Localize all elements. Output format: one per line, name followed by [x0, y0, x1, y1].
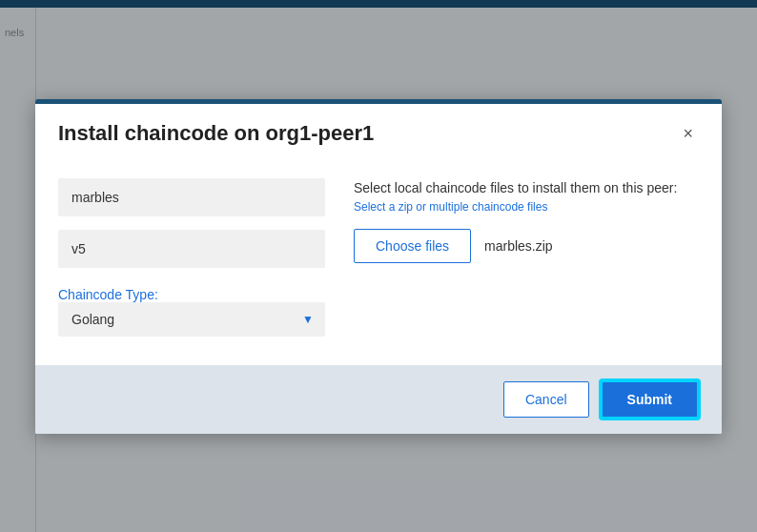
chaincode-type-label: Chaincode Type: — [58, 287, 325, 302]
instruction-main: Select local chaincode files to install … — [354, 178, 699, 198]
chaincode-type-select[interactable]: Golang Node Java — [58, 302, 325, 337]
submit-button[interactable]: Submit — [601, 380, 699, 419]
close-button[interactable]: × — [677, 123, 699, 144]
left-column: Chaincode Type: Golang Node Java ▼ — [58, 178, 325, 337]
choose-files-button[interactable]: Choose files — [354, 229, 471, 263]
chaincode-name-input[interactable] — [58, 178, 325, 216]
file-chooser-row: Choose files marbles.zip — [354, 229, 699, 263]
chosen-file-label: marbles.zip — [484, 238, 553, 254]
modal-dialog: Install chaincode on org1-peer1 × Chainc… — [35, 99, 722, 434]
modal-title: Install chaincode on org1-peer1 — [58, 121, 374, 146]
right-column: Select local chaincode files to install … — [354, 178, 699, 337]
modal-footer: Cancel Submit — [35, 365, 722, 434]
cancel-button[interactable]: Cancel — [503, 381, 589, 418]
chaincode-type-section: Chaincode Type: Golang Node Java ▼ — [58, 281, 325, 337]
chaincode-type-wrapper: Golang Node Java ▼ — [58, 302, 325, 337]
modal-header: Install chaincode on org1-peer1 × — [35, 104, 722, 159]
chaincode-version-input[interactable] — [58, 230, 325, 268]
instruction-sub: Select a zip or multiple chaincode files — [354, 200, 699, 214]
instructions-block: Select local chaincode files to install … — [354, 178, 699, 214]
modal-body: Chaincode Type: Golang Node Java ▼ Selec… — [35, 159, 722, 365]
modal-overlay: Install chaincode on org1-peer1 × Chainc… — [0, 0, 757, 532]
